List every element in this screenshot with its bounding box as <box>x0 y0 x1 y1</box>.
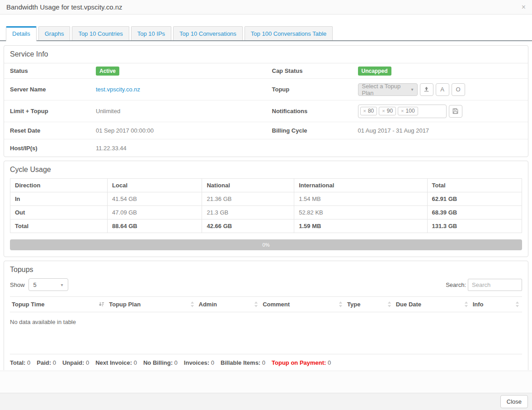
notifications-row: Notifications × 80 × 90 × 100 <box>266 100 528 122</box>
tab-top-10-conversations[interactable]: Top 10 Conversations <box>173 26 243 40</box>
topups-panel: Topups Show 5 ▾ Search: Topup Time <box>4 261 528 370</box>
column-due-date[interactable]: Due Date <box>394 297 471 312</box>
column-label: Type <box>347 301 360 308</box>
show-label: Show <box>10 281 25 288</box>
cell-direction: Out <box>10 206 108 219</box>
modal-header: Bandwidth Usage for test.vpscity.co.nz × <box>0 0 532 14</box>
billing-cycle-label: Billing Cycle <box>272 127 358 134</box>
column-local: Local <box>108 179 202 192</box>
search-label: Search: <box>446 281 466 288</box>
column-admin[interactable]: Admin <box>197 297 261 312</box>
service-info-panel: Service Info Status Active Server Name t… <box>4 45 528 157</box>
column-info[interactable]: Info <box>471 297 522 312</box>
host-ip-value: 11.22.33.44 <box>96 145 127 152</box>
column-international: International <box>294 179 427 192</box>
chevron-down-icon: ▾ <box>411 87 413 92</box>
column-comment[interactable]: Comment <box>261 297 345 312</box>
reset-date-row: Reset Date 01 Sep 2017 00:00:00 <box>4 122 266 139</box>
service-info-left-column: Status Active Server Name test.vpscity.c… <box>4 63 266 157</box>
table-row-out: Out 47.09 GB 21.3 GB 52.82 KB 68.39 GB <box>10 206 522 219</box>
cell-international: 52.82 KB <box>294 206 427 219</box>
column-label: Admin <box>199 301 217 308</box>
notifications-tag-input[interactable]: × 80 × 90 × 100 <box>358 105 447 118</box>
limit-topup-value: Unlimited <box>96 108 120 114</box>
limit-topup-label: Limit + Topup <box>10 108 96 114</box>
column-direction: Direction <box>10 179 108 192</box>
sort-icon[interactable] <box>254 301 258 307</box>
cell-international: 1.59 MB <box>294 219 427 233</box>
tab-graphs[interactable]: Graphs <box>38 26 71 40</box>
cell-total: 131.3 GB <box>427 219 522 233</box>
column-type[interactable]: Type <box>345 297 394 312</box>
chevron-down-icon: ▾ <box>61 282 63 287</box>
sort-icon[interactable] <box>387 301 391 307</box>
topups-controls: Show 5 ▾ Search: <box>4 278 528 296</box>
column-label: Comment <box>263 301 290 308</box>
summary-item: No Billing: 0 <box>143 359 178 366</box>
topup-plan-select[interactable]: Select a Topup Plan ▾ <box>358 83 418 96</box>
topup-o-button[interactable]: O <box>452 83 465 96</box>
service-info-grid: Status Active Server Name test.vpscity.c… <box>4 63 528 157</box>
save-icon <box>452 108 458 114</box>
topups-header-row: Topup Time Topup Plan Admin <box>10 297 522 312</box>
search-control: Search: <box>446 279 522 291</box>
sort-icon[interactable] <box>515 301 519 307</box>
tab-details[interactable]: Details <box>6 26 37 41</box>
topup-row: Topup Select a Topup Plan ▾ A O <box>266 79 528 100</box>
topup-upload-button[interactable] <box>420 83 433 96</box>
column-total: Total <box>427 179 522 192</box>
table-row-in: In 41.54 GB 21.36 GB 1.54 MB 62.91 GB <box>10 192 522 206</box>
sort-icon[interactable] <box>339 301 343 307</box>
summary-item: Unpaid: 0 <box>62 359 89 366</box>
topups-table: Topup Time Topup Plan Admin <box>10 296 522 312</box>
cycle-usage-panel: Cycle Usage Direction Local National Int… <box>4 161 528 257</box>
tab-top-10-ips[interactable]: Top 10 IPs <box>131 26 171 40</box>
column-topup-time[interactable]: Topup Time <box>10 297 107 312</box>
page-size-select[interactable]: 5 ▾ <box>28 278 68 291</box>
page-size-control: Show 5 ▾ <box>10 278 68 291</box>
remove-tag-icon[interactable]: × <box>363 108 366 114</box>
topup-a-button[interactable]: A <box>436 83 449 96</box>
tab-top-10-countries[interactable]: Top 10 Countries <box>72 26 129 40</box>
notifications-save-button[interactable] <box>449 105 462 118</box>
cycle-usage-table: Direction Local National International T… <box>10 178 522 233</box>
summary-item: Total: 0 <box>10 359 30 366</box>
summary-item: Billable Items: 0 <box>221 359 265 366</box>
notification-tag-value: 100 <box>406 108 415 114</box>
usage-progress-label: 0% <box>263 242 270 248</box>
limit-topup-row: Limit + Topup Unlimited <box>4 100 266 122</box>
search-input[interactable] <box>468 279 522 291</box>
cell-local: 41.54 GB <box>108 192 202 206</box>
remove-tag-icon[interactable]: × <box>382 108 385 114</box>
empty-table-message: No data available in table <box>4 312 528 354</box>
close-icon[interactable]: × <box>522 4 526 11</box>
sort-icon[interactable] <box>190 301 194 307</box>
column-national: National <box>202 179 294 192</box>
modal-body: Service Info Status Active Server Name t… <box>0 41 532 370</box>
page-size-value: 5 <box>33 281 37 288</box>
billing-cycle-row: Billing Cycle 01 Aug 2017 - 31 Aug 2017 <box>266 122 528 139</box>
upload-icon <box>424 86 429 92</box>
sort-icon[interactable] <box>464 301 468 307</box>
modal-title: Bandwidth Usage for test.vpscity.co.nz <box>6 3 522 11</box>
notifications-label: Notifications <box>272 108 358 114</box>
summary-item: Paid: 0 <box>37 359 56 366</box>
column-label: Topup Plan <box>109 301 141 308</box>
remove-tag-icon[interactable]: × <box>401 108 404 114</box>
cell-total: 62.91 GB <box>427 192 522 206</box>
cell-total: 68.39 GB <box>427 206 522 219</box>
service-info-right-column: Cap Status Uncapped Topup Select a Topup… <box>266 63 528 157</box>
close-button[interactable]: Close <box>500 395 528 408</box>
cell-international: 1.54 MB <box>294 192 427 206</box>
sort-desc-icon[interactable] <box>99 301 104 307</box>
topups-heading: Topups <box>4 261 528 278</box>
cap-status-label: Cap Status <box>272 67 358 74</box>
column-label: Due Date <box>396 301 421 308</box>
column-topup-plan[interactable]: Topup Plan <box>107 297 197 312</box>
status-label: Status <box>10 67 96 74</box>
tab-top-100-conversations-table[interactable]: Top 100 Conversations Table <box>245 26 333 40</box>
usage-progress-bar: 0% <box>10 239 522 250</box>
notification-tag: × 80 <box>360 107 377 115</box>
cell-national: 21.36 GB <box>202 192 294 206</box>
server-name-link[interactable]: test.vpscity.co.nz <box>96 86 140 93</box>
